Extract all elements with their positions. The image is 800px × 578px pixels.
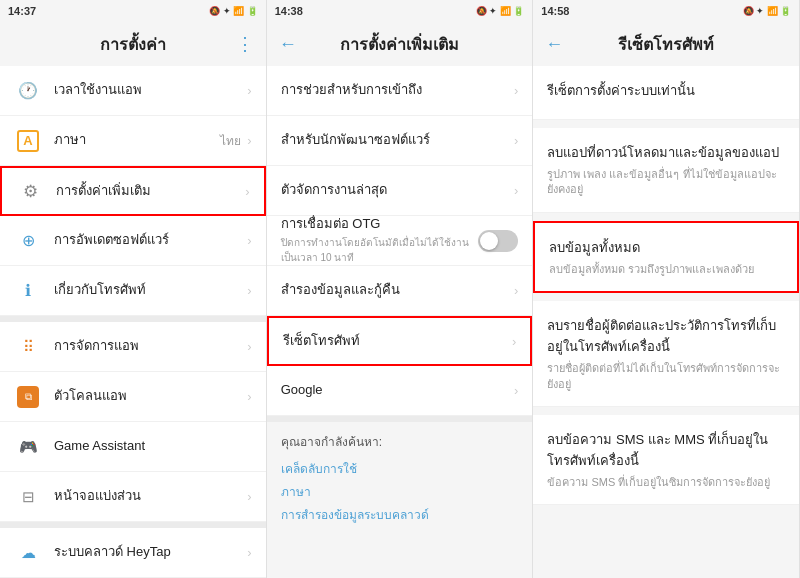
item-label-heytap: ระบบคลาวด์ HeyTap: [54, 544, 247, 561]
panel-title-1: การตั้งค่า: [100, 32, 166, 57]
suggestion-link-3[interactable]: การสำรองข้อมูลระบบคลาวด์: [281, 503, 519, 526]
back-button-3[interactable]: ←: [545, 34, 563, 55]
chevron-icon: ›: [247, 339, 251, 354]
update-icon: ⊕: [14, 227, 42, 255]
list-item-heytap[interactable]: ☁ ระบบคลาวด์ HeyTap ›: [0, 528, 266, 578]
status-icons-2: 🔕 ✦ 📶 🔋: [476, 6, 525, 16]
reset-option-title-3: ลบข้อมูลทั้งหมด: [549, 237, 783, 258]
reset-option-desc-2: รูปภาพ เพลง และข้อมูลอื่นๆ ที่ไม่ใช่ข้อม…: [547, 167, 785, 198]
list-item-game[interactable]: 🎮 Game Assistant: [0, 422, 266, 472]
list-item-otg[interactable]: การเชื่อมต่อ OTG ปิดการทำงานโดยอัตโนมัติ…: [267, 216, 533, 266]
cloud-icon: ☁: [14, 539, 42, 567]
list-item-app-time[interactable]: 🕐 เวลาใช้งานแอพ ›: [0, 66, 266, 116]
list-item-accessibility[interactable]: การช่วยสำหรับการเข้าถึง ›: [267, 66, 533, 116]
chevron-icon: ›: [247, 545, 251, 560]
chevron-icon: ›: [247, 133, 251, 148]
game-icon: 🎮: [14, 433, 42, 461]
item-label-dev: สำหรับนักพัฒนาซอฟต์แวร์: [281, 132, 514, 149]
info-icon: ℹ: [14, 277, 42, 305]
time-3: 14:58: [541, 5, 569, 17]
chevron-icon: ›: [512, 334, 516, 349]
item-label-accessibility: การช่วยสำหรับการเข้าถึง: [281, 82, 514, 99]
item-label-app-manage: การจัดการแอพ: [54, 338, 247, 355]
list-item-google[interactable]: Google ›: [267, 366, 533, 416]
gap-4: [533, 407, 799, 415]
otg-toggle[interactable]: [478, 230, 518, 252]
settings-dots-icon[interactable]: ⋮: [236, 33, 254, 55]
reset-option-settings[interactable]: รีเซ็ตการตั้งค่าระบบเท่านั้น: [533, 66, 799, 120]
gear-icon: ⚙: [16, 177, 44, 205]
reset-option-desc-4: รายชื่อผู้ติดต่อที่ไม่ได้เก็บในโทรศัพท์ก…: [547, 361, 785, 392]
chevron-icon: ›: [247, 489, 251, 504]
suggestion-link-1[interactable]: เคล็ดลับการใช้: [281, 457, 519, 480]
clock-icon: 🕐: [14, 77, 42, 105]
settings-list-3: รีเซ็ตการตั้งค่าระบบเท่านั้น ลบแอปที่ดาว…: [533, 66, 799, 578]
item-label-language: ภาษา: [54, 132, 220, 149]
reset-option-erase-sms[interactable]: ลบข้อความ SMS และ MMS ที่เก็บอยู่ในโทรศั…: [533, 415, 799, 505]
chevron-icon: ›: [514, 83, 518, 98]
chevron-icon: ›: [514, 283, 518, 298]
panel-title-2: การตั้งค่าเพิ่มเติม: [340, 32, 459, 57]
panel-extra-settings: 14:38 🔕 ✦ 📶 🔋 ← การตั้งค่าเพิ่มเติม การช…: [267, 0, 534, 578]
item-label-google: Google: [281, 382, 514, 399]
reset-option-erase-contacts[interactable]: ลบรายชื่อผู้ติดต่อและประวัติการโทรที่เก็…: [533, 301, 799, 407]
panel-header-3: ← รีเซ็ตโทรศัพท์: [533, 22, 799, 66]
list-item-dev[interactable]: สำหรับนักพัฒนาซอฟต์แวร์ ›: [267, 116, 533, 166]
settings-list-1: 🕐 เวลาใช้งานแอพ › A ภาษา ไทย › ⚙ การตั้ง…: [0, 66, 266, 578]
item-label-backup: สำรองข้อมูลและกู้คืน: [281, 282, 514, 299]
lang-icon: A: [14, 127, 42, 155]
chevron-icon: ›: [247, 389, 251, 404]
status-icons-3: 🔕 ✦ 📶 🔋: [743, 6, 792, 16]
suggestions-label: คุณอาจกำลังค้นหา:: [281, 432, 519, 451]
language-value: ไทย: [220, 131, 241, 150]
reset-option-erase-app[interactable]: ลบแอปที่ดาวน์โหลดมาและข้อมูลของแอป รูปภา…: [533, 128, 799, 213]
time-2: 14:38: [275, 5, 303, 17]
status-bar-3: 14:58 🔕 ✦ 📶 🔋: [533, 0, 799, 22]
item-label-update: การอัพเดตซอฟต์แวร์: [54, 232, 247, 249]
item-sublabel-otg: ปิดการทำงานโดยอัตโนมัติเมื่อไม่ได้ใช้งาน…: [281, 235, 479, 265]
chevron-icon: ›: [247, 83, 251, 98]
panel-title-3: รีเซ็ตโทรศัพท์: [618, 32, 714, 57]
list-item-scheduled[interactable]: ตัวจัดการงานล่าสุด ›: [267, 166, 533, 216]
list-item-about[interactable]: ℹ เกี่ยวกับโทรศัพท์ ›: [0, 266, 266, 316]
reset-option-desc-5: ข้อความ SMS ที่เก็บอยู่ในซิมการจัดการจะย…: [547, 475, 785, 490]
item-label-reset: รีเซ็ตโทรศัพท์: [283, 333, 512, 350]
suggestions-section: คุณอาจกำลังค้นหา: เคล็ดลับการใช้ ภาษา กา…: [267, 422, 533, 536]
list-item-reset[interactable]: รีเซ็ตโทรศัพท์ ›: [267, 316, 533, 366]
item-label-game: Game Assistant: [54, 438, 252, 455]
reset-option-title-1: รีเซ็ตการตั้งค่าระบบเท่านั้น: [547, 80, 785, 101]
list-item-split[interactable]: ⊟ หน้าจอแบ่งส่วน ›: [0, 472, 266, 522]
list-item-app-manage[interactable]: ⠿ การจัดการแอพ ›: [0, 322, 266, 372]
time-1: 14:37: [8, 5, 36, 17]
back-button-2[interactable]: ←: [279, 34, 297, 55]
panel-header-1: การตั้งค่า ⋮: [0, 22, 266, 66]
gap-2: [533, 213, 799, 221]
chevron-icon: ›: [247, 233, 251, 248]
list-item-backup[interactable]: สำรองข้อมูลและกู้คืน ›: [267, 266, 533, 316]
status-bar-1: 14:37 🔕 ✦ 📶 🔋: [0, 0, 266, 22]
apps-icon: ⠿: [14, 333, 42, 361]
item-label-scheduled: ตัวจัดการงานล่าสุด: [281, 182, 514, 199]
item-label-otg: การเชื่อมต่อ OTG: [281, 216, 479, 233]
screen-icon: ⊟: [14, 483, 42, 511]
item-label-about: เกี่ยวกับโทรศัพท์: [54, 282, 247, 299]
list-item-language[interactable]: A ภาษา ไทย ›: [0, 116, 266, 166]
item-label-clone: ตัวโคลนแอพ: [54, 388, 247, 405]
chevron-icon: ›: [514, 183, 518, 198]
reset-option-desc-3: ลบข้อมูลทั้งหมด รวมถึงรูปภาพและเพลงด้วย: [549, 262, 783, 277]
suggestion-link-2[interactable]: ภาษา: [281, 480, 519, 503]
panel-header-2: ← การตั้งค่าเพิ่มเติม: [267, 22, 533, 66]
chevron-icon: ›: [514, 133, 518, 148]
chevron-icon: ›: [514, 383, 518, 398]
reset-option-title-5: ลบข้อความ SMS และ MMS ที่เก็บอยู่ในโทรศั…: [547, 429, 785, 471]
settings-list-2: การช่วยสำหรับการเข้าถึง › สำหรับนักพัฒนา…: [267, 66, 533, 578]
list-item-update[interactable]: ⊕ การอัพเดตซอฟต์แวร์ ›: [0, 216, 266, 266]
list-item-clone[interactable]: ⧉ ตัวโคลนแอพ ›: [0, 372, 266, 422]
list-item-extra-settings[interactable]: ⚙ การตั้งค่าเพิ่มเติม ›: [0, 166, 266, 216]
gap-1: [533, 120, 799, 128]
chevron-icon: ›: [247, 283, 251, 298]
reset-option-title-4: ลบรายชื่อผู้ติดต่อและประวัติการโทรที่เก็…: [547, 315, 785, 357]
reset-option-erase-all[interactable]: ลบข้อมูลทั้งหมด ลบข้อมูลทั้งหมด รวมถึงรู…: [533, 221, 799, 293]
item-label-app-time: เวลาใช้งานแอพ: [54, 82, 247, 99]
status-bar-2: 14:38 🔕 ✦ 📶 🔋: [267, 0, 533, 22]
